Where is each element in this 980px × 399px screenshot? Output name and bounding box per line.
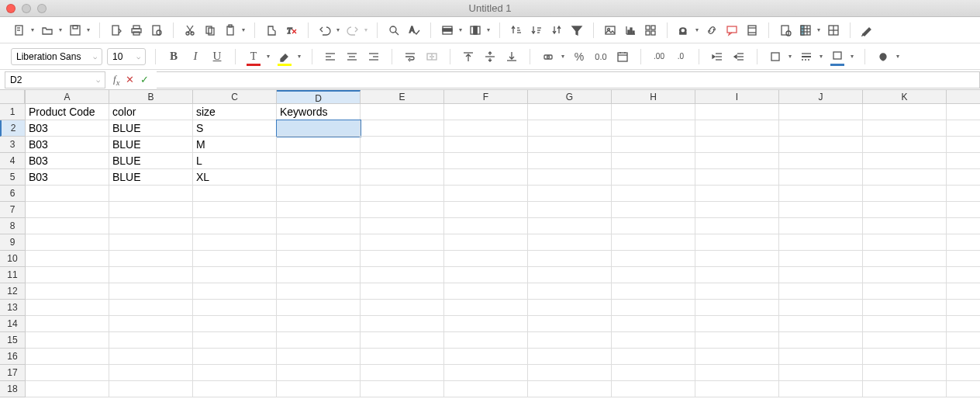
align-right-icon[interactable] xyxy=(365,48,382,65)
cell[interactable] xyxy=(863,202,947,218)
cell[interactable] xyxy=(361,153,444,169)
cell[interactable] xyxy=(947,283,980,300)
cell[interactable]: B03 xyxy=(26,153,109,169)
cell[interactable] xyxy=(193,202,277,218)
cell[interactable] xyxy=(779,202,863,218)
number-format-icon[interactable]: 0.0 xyxy=(592,48,609,65)
increase-indent-icon[interactable] xyxy=(709,48,726,65)
cell[interactable] xyxy=(109,349,193,365)
column-header[interactable]: D xyxy=(277,90,361,103)
cell[interactable] xyxy=(277,169,361,186)
export-pdf-icon[interactable] xyxy=(108,22,125,39)
name-box[interactable]: D2⌵ xyxy=(5,71,105,88)
cell[interactable] xyxy=(612,186,695,202)
cell[interactable] xyxy=(863,137,947,153)
cell[interactable] xyxy=(444,169,528,186)
cell[interactable] xyxy=(612,104,695,120)
cell[interactable] xyxy=(109,186,193,202)
cell[interactable] xyxy=(779,251,863,267)
cell[interactable] xyxy=(612,218,695,234)
row-dropdown[interactable]: ▾ xyxy=(457,26,464,33)
row-header[interactable]: 13 xyxy=(0,300,25,316)
cell[interactable] xyxy=(612,267,695,283)
cell[interactable] xyxy=(612,137,695,153)
cell[interactable] xyxy=(528,316,612,332)
cell[interactable] xyxy=(277,349,361,365)
cell[interactable] xyxy=(277,137,361,153)
cell[interactable] xyxy=(277,186,361,202)
undo-dropdown[interactable]: ▾ xyxy=(335,26,341,33)
bold-button[interactable]: B xyxy=(165,48,182,65)
clear-formatting-icon[interactable]: T xyxy=(283,22,300,39)
cell[interactable] xyxy=(193,251,277,267)
find-icon[interactable] xyxy=(385,22,402,39)
cell[interactable] xyxy=(26,251,109,267)
cell[interactable] xyxy=(612,120,695,137)
column-header[interactable]: F xyxy=(444,90,528,103)
cell[interactable] xyxy=(528,186,612,202)
cell[interactable] xyxy=(947,267,980,283)
maximize-window[interactable] xyxy=(37,4,47,13)
cell[interactable] xyxy=(109,283,193,300)
cell[interactable] xyxy=(444,120,528,137)
cell[interactable] xyxy=(528,104,612,120)
cell[interactable] xyxy=(361,300,444,316)
cell[interactable] xyxy=(109,316,193,332)
cell[interactable] xyxy=(863,381,947,397)
font-name-select[interactable]: Liberation Sans⌵ xyxy=(11,48,102,65)
cell[interactable] xyxy=(695,300,779,316)
cell[interactable] xyxy=(361,267,444,283)
cell[interactable] xyxy=(612,300,695,316)
cell[interactable]: B03 xyxy=(26,137,109,153)
cell[interactable] xyxy=(947,349,980,365)
cell[interactable] xyxy=(444,381,528,397)
cell[interactable] xyxy=(695,169,779,186)
cell[interactable] xyxy=(863,104,947,120)
remove-decimal-icon[interactable]: .0 xyxy=(672,48,689,65)
print-icon[interactable] xyxy=(128,22,145,39)
cell[interactable] xyxy=(695,218,779,234)
cell[interactable] xyxy=(612,283,695,300)
special-char-dropdown[interactable]: ▾ xyxy=(694,26,700,33)
cell[interactable] xyxy=(444,283,528,300)
row-header[interactable]: 15 xyxy=(0,332,25,349)
cell[interactable] xyxy=(863,120,947,137)
cell[interactable] xyxy=(444,251,528,267)
define-print-area-icon[interactable] xyxy=(777,22,794,39)
cell[interactable] xyxy=(277,316,361,332)
cell[interactable] xyxy=(863,316,947,332)
column-dropdown[interactable]: ▾ xyxy=(485,26,492,33)
sort-desc-icon[interactable] xyxy=(528,22,545,39)
autofilter-icon[interactable] xyxy=(568,22,585,39)
cell[interactable] xyxy=(361,365,444,381)
open-icon[interactable] xyxy=(39,22,56,39)
cell[interactable] xyxy=(947,137,980,153)
cell[interactable] xyxy=(26,381,109,397)
row-header[interactable]: 6 xyxy=(0,186,25,202)
cell[interactable] xyxy=(193,332,277,349)
cell[interactable] xyxy=(779,365,863,381)
cell[interactable] xyxy=(779,137,863,153)
split-window-icon[interactable] xyxy=(825,22,842,39)
cell[interactable] xyxy=(444,234,528,251)
cell[interactable] xyxy=(612,349,695,365)
column-icon[interactable] xyxy=(467,22,484,39)
sort-icon[interactable] xyxy=(548,22,565,39)
column-header[interactable]: E xyxy=(361,90,444,103)
row-header[interactable]: 2 xyxy=(0,120,25,137)
spellcheck-icon[interactable]: A xyxy=(405,22,423,39)
cell[interactable] xyxy=(26,316,109,332)
minimize-window[interactable] xyxy=(22,4,31,13)
cell[interactable] xyxy=(779,349,863,365)
cell[interactable] xyxy=(528,251,612,267)
cell[interactable] xyxy=(695,349,779,365)
cell[interactable] xyxy=(947,365,980,381)
align-top-icon[interactable] xyxy=(460,48,477,65)
sort-asc-icon[interactable] xyxy=(508,22,525,39)
cell[interactable] xyxy=(779,300,863,316)
cell[interactable] xyxy=(779,186,863,202)
redo-dropdown[interactable]: ▾ xyxy=(363,26,369,33)
cell[interactable] xyxy=(444,332,528,349)
cell[interactable] xyxy=(277,267,361,283)
cell[interactable] xyxy=(863,332,947,349)
